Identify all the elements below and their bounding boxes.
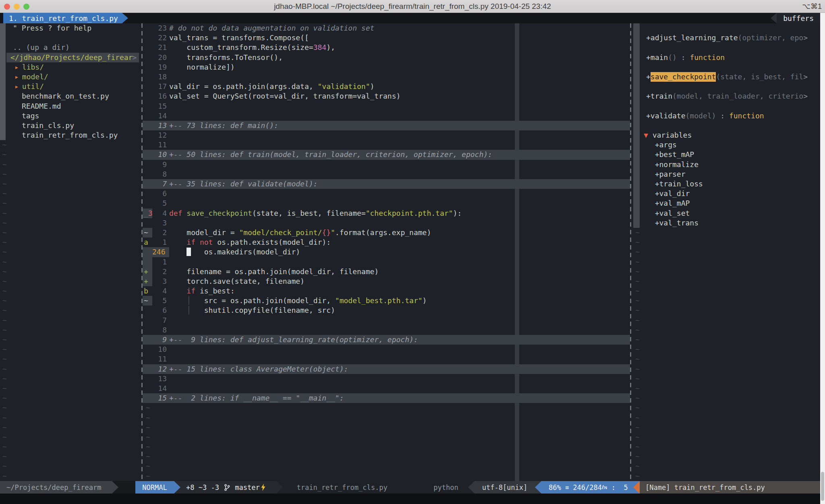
tilde-marker: ~ (635, 452, 640, 461)
folded-code-line[interactable]: 10+-- 50 lines: def train(model, train_l… (143, 150, 630, 159)
folded-code-line[interactable]: 9+-- 9 lines: def adjust_learning_rate(o… (143, 335, 630, 345)
tree-up-dir: .. (up a dir) (13, 43, 70, 52)
tagbar-item[interactable]: +val_trans (631, 218, 820, 228)
code-line[interactable]: 11 (143, 140, 630, 150)
code-line[interactable]: 8 (143, 325, 630, 335)
code-line[interactable]: 18 (143, 72, 630, 82)
file-tree-empty-line: ~ (0, 413, 141, 423)
code-line[interactable]: ~ (143, 471, 630, 481)
sign-column-cell (143, 33, 152, 43)
folded-code-line[interactable]: 13+-- 73 lines: def main(): (143, 121, 630, 130)
file-tree-item[interactable]: ▸libs/ (0, 62, 141, 72)
macos-scrollbar-thumb[interactable] (821, 472, 824, 501)
code-line[interactable]: 1 (143, 257, 630, 267)
tagbar-item[interactable]: +adjust_learning_rate(optimizer, epo> (631, 33, 820, 43)
code-line[interactable]: ~ (143, 461, 630, 471)
code-text (169, 160, 630, 169)
tagbar-empty-line: ~ (631, 247, 820, 257)
macos-scrollbar-track[interactable] (820, 13, 825, 504)
tagbar-item[interactable]: +save_checkpoint(state, is_best, fil> (631, 72, 820, 82)
code-line[interactable]: ~ (143, 432, 630, 442)
folded-code-line[interactable]: 7+-- 35 lines: def validate(model): (143, 179, 630, 189)
line-number: 3 (152, 277, 167, 286)
file-tree-item[interactable]: benchmark_on_test.py (0, 91, 141, 101)
powerline-separator-icon (633, 481, 640, 494)
tagbar-blank-line (631, 101, 820, 111)
code-line[interactable]: 8 (143, 169, 630, 179)
line-number: 10 (152, 150, 167, 159)
code-line[interactable]: +2 filename = os.path.join(model_dir, fi… (143, 267, 630, 277)
code-line[interactable]: 16val_set = QuerySet(root=val_dir, trans… (143, 91, 630, 101)
code-line[interactable]: 246 os.makedirs(model_dir) (143, 247, 630, 257)
tagbar-item[interactable]: +main() : function (631, 53, 820, 62)
code-text (169, 345, 630, 354)
tagbar-item[interactable]: +normalize (631, 160, 820, 169)
code-line[interactable]: 15 (143, 101, 630, 111)
folded-code-line[interactable]: 15+-- 2 lines: if __name__ == "__main__"… (143, 393, 630, 403)
tagbar-item[interactable]: ▼ variables (631, 130, 820, 140)
code-line[interactable]: 12 (143, 130, 630, 140)
tagbar-item[interactable]: +train_loss (631, 179, 820, 189)
code-line[interactable]: ~2 model_dir = "model/check_point/{}".fo… (143, 228, 630, 238)
file-tree-item[interactable]: README.md (0, 101, 141, 111)
file-tree-item[interactable]: ▸util/ (0, 82, 141, 91)
code-line[interactable]: 11 (143, 354, 630, 364)
file-tree-item[interactable]: </jdhao/Projects/deep_firear> (6, 53, 139, 62)
code-line[interactable]: 13 (143, 374, 630, 384)
code-line[interactable]: ~ (143, 452, 630, 461)
tagbar-item[interactable]: +validate(model) : function (631, 111, 820, 121)
code-line[interactable]: 10 (143, 345, 630, 354)
minimize-button[interactable] (14, 4, 20, 10)
tagbar-item[interactable]: +train(model, train_loader, criterio> (631, 91, 820, 101)
code-line[interactable]: 6 (143, 189, 630, 198)
file-tree-item[interactable]: train_cls.py (0, 121, 141, 130)
tagbar-item[interactable]: +val_mAP (631, 198, 820, 208)
code-line[interactable]: ~ (143, 413, 630, 423)
code-line[interactable]: 20 transforms.ToTensor(), (143, 53, 630, 62)
code-line[interactable]: 19 normalize]) (143, 62, 630, 72)
code-line[interactable]: 21 custom_transform.Resize(size=384), (143, 43, 630, 52)
code-line[interactable]: 9 (143, 160, 630, 169)
close-button[interactable] (4, 4, 10, 10)
command-line[interactable] (0, 494, 825, 504)
code-line[interactable]: 7 (143, 316, 630, 325)
tagbar-empty-line: ~ (631, 345, 820, 354)
file-tree-item[interactable]: .. (up a dir) (0, 43, 141, 52)
zoom-button[interactable] (23, 4, 29, 10)
code-line[interactable]: ~5 │ src = os.path.join(model_dir, "mode… (143, 296, 630, 306)
code-line[interactable]: 6 │ shutil.copyfile(filename, src) (143, 306, 630, 315)
code-line[interactable]: ~ (143, 403, 630, 413)
code-line[interactable]: 3 (143, 218, 630, 228)
tree-root-path: </jdhao/Projects/deep_firear (10, 53, 133, 62)
folded-code-line[interactable]: 12+-- 15 lines: class AverageMeter(objec… (143, 364, 630, 374)
code-line[interactable]: 14 (143, 384, 630, 393)
code-line[interactable]: 22val_trans = transforms.Compose([ (143, 33, 630, 43)
code-line[interactable]: a1 if not os.path.exists(model_dir): (143, 238, 630, 247)
code-line[interactable]: 17val_dir = os.path.join(args.data, "val… (143, 82, 630, 91)
code-line[interactable]: +3 torch.save(state, filename) (143, 277, 630, 286)
code-line[interactable]: b4 if is_best: (143, 286, 630, 296)
tagbar-item[interactable]: +args (631, 140, 820, 150)
file-tree-item[interactable]: train_retr_from_cls.py (0, 130, 141, 140)
sign-column-cell (143, 130, 152, 140)
tab-train-retr-from-cls[interactable]: 1. train_retr_from_cls.py (3, 13, 122, 23)
code-line[interactable]: ~ (143, 442, 630, 452)
tagbar-item[interactable]: +parser (631, 169, 820, 179)
code-editor[interactable]: 23# do not do data augmentation on valid… (143, 23, 630, 481)
sign-column-cell (143, 140, 152, 150)
tagbar-item[interactable]: +val_set (631, 209, 820, 218)
file-tree-item[interactable]: tags (0, 111, 141, 121)
cursor-block (187, 248, 191, 256)
code-line[interactable]: ~ (143, 423, 630, 432)
code-line[interactable]: 5 (143, 198, 630, 208)
file-tree-item[interactable]: ▸model/ (0, 72, 141, 82)
tree-file-name: benchmark_on_test.py (22, 91, 109, 101)
code-text: if not os.path.exists(model_dir): (169, 238, 630, 247)
code-line[interactable]: 14 (143, 111, 630, 121)
file-tree-item[interactable]: " Press ? for help (0, 23, 141, 33)
line-number: 9 (152, 335, 167, 345)
tagbar-item[interactable]: +best_mAP (631, 150, 820, 159)
code-line[interactable]: 23# do not do data augmentation on valid… (143, 23, 630, 33)
code-line[interactable]: _34def save_checkpoint(state, is_best, f… (143, 209, 630, 218)
tagbar-item[interactable]: +val_dir (631, 189, 820, 198)
